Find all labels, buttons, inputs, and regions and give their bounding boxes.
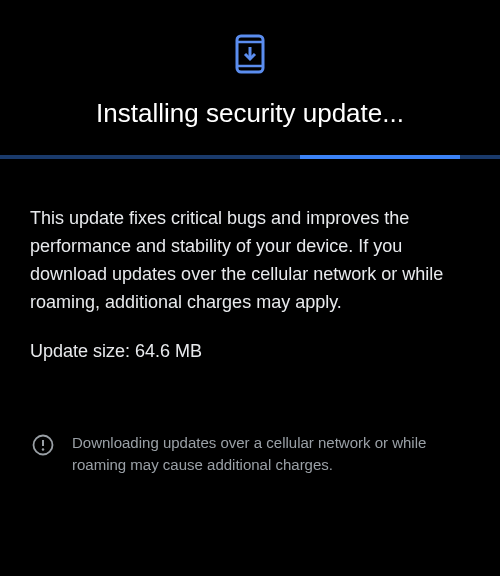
update-description: This update fixes critical bugs and impr…	[30, 205, 470, 317]
progress-bar	[0, 155, 500, 159]
update-screen: Installing security update... This updat…	[0, 0, 500, 477]
header-icon-wrap	[30, 34, 470, 78]
svg-point-6	[42, 448, 44, 450]
alert-circle-icon	[32, 434, 54, 460]
page-title: Installing security update...	[30, 98, 470, 129]
warning-row: Downloading updates over a cellular netw…	[30, 432, 470, 477]
progress-indicator	[300, 155, 460, 159]
warning-text: Downloading updates over a cellular netw…	[72, 432, 468, 477]
update-size: Update size: 64.6 MB	[30, 341, 470, 362]
phone-download-icon	[233, 34, 267, 78]
